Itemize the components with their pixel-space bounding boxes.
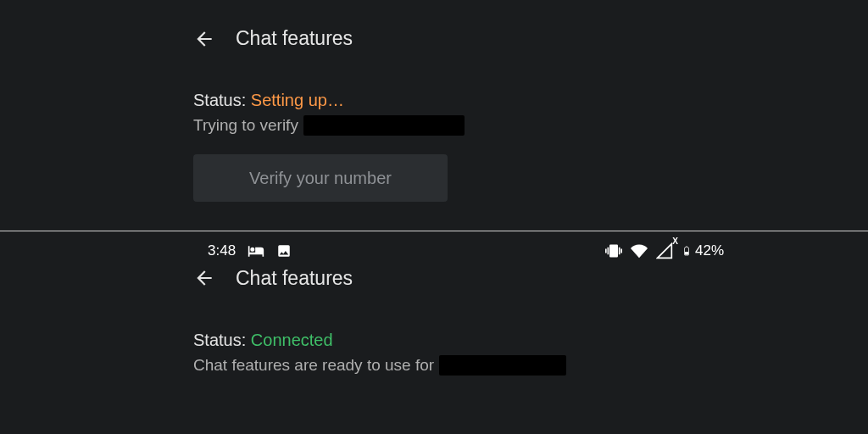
svg-rect-0 [685,252,688,255]
header-row: Chat features [193,267,817,290]
vibrate-icon [605,242,622,259]
status-prefix: Status: [193,331,251,349]
statusbar-time: 3:48 [208,242,236,259]
back-arrow-icon[interactable] [193,28,215,50]
battery-icon [682,242,692,259]
battery-percent: 42% [695,242,724,259]
bed-icon [248,242,264,259]
android-statusbar: 3:48 X [0,238,868,264]
image-icon [276,243,292,259]
status-subline: Trying to verify [193,115,817,136]
page-title: Chat features [236,267,353,290]
wifi-icon [631,242,648,259]
verify-number-button[interactable]: Verify your number [193,154,448,202]
back-arrow-icon[interactable] [193,267,215,289]
status-line: Status: Setting up… [193,91,817,110]
status-subline: Chat features are ready to use for [193,355,817,376]
status-value: Connected [251,331,333,349]
statusbar-left: 3:48 [208,242,292,259]
cellular-signal-icon: X [656,242,673,259]
panel-setting-up: Chat features Status: Setting up… Trying… [0,0,868,231]
redacted-number [439,355,566,376]
status-prefix: Status: [193,91,251,109]
subline-text: Trying to verify [193,116,298,135]
statusbar-right: X 42% [605,242,724,259]
redacted-number [303,115,465,136]
header-row: Chat features [193,27,817,50]
subline-text: Chat features are ready to use for [193,356,434,375]
panel-connected: 3:48 X [0,231,868,435]
status-line: Status: Connected [193,331,817,350]
page-title: Chat features [236,27,353,50]
status-value: Setting up… [251,91,344,109]
